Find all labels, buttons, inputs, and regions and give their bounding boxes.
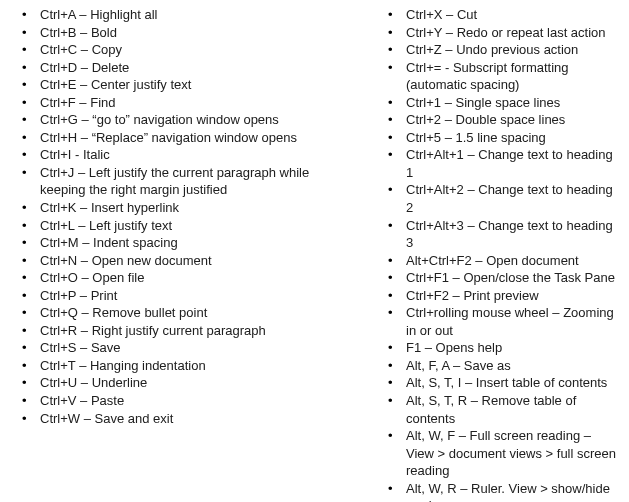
shortcut-list-right: Ctrl+X – Cut Ctrl+Y – Redo or repeat las…	[406, 6, 621, 502]
shortcut-text: Alt, F, A – Save as	[406, 358, 511, 373]
list-item: Ctrl+L – Left justify text	[40, 217, 358, 235]
left-column: Ctrl+A – Highlight all Ctrl+B – Bold Ctr…	[8, 6, 358, 496]
list-item: Alt+Ctrl+F2 – Open document	[406, 252, 621, 270]
shortcut-text: Ctrl+S – Save	[40, 340, 121, 355]
shortcut-reference-page: Ctrl+A – Highlight all Ctrl+B – Bold Ctr…	[0, 0, 629, 502]
list-item: Ctrl+D – Delete	[40, 59, 358, 77]
list-item: Alt, W, R – Ruler. View > show/hide > ru…	[406, 480, 621, 502]
list-item: F1 – Opens help	[406, 339, 621, 357]
shortcut-text: Ctrl+G – “go to” navigation window opens	[40, 112, 279, 127]
list-item: Ctrl+2 – Double space lines	[406, 111, 621, 129]
list-item: Ctrl+X – Cut	[406, 6, 621, 24]
shortcut-text: Ctrl+F2 – Print preview	[406, 288, 539, 303]
list-item: Ctrl+5 – 1.5 line spacing	[406, 129, 621, 147]
list-item: Ctrl+U – Underline	[40, 374, 358, 392]
list-item: Ctrl+M – Indent spacing	[40, 234, 358, 252]
shortcut-text: Ctrl+H – “Replace” navigation window ope…	[40, 130, 297, 145]
list-item: Ctrl+J – Left justify the current paragr…	[40, 164, 358, 199]
shortcut-text: Ctrl+W – Save and exit	[40, 411, 173, 426]
list-item: Alt, F, A – Save as	[406, 357, 621, 375]
list-item: Ctrl+A – Highlight all	[40, 6, 358, 24]
shortcut-text: Ctrl+F1 – Open/close the Task Pane	[406, 270, 615, 285]
list-item: Ctrl+K – Insert hyperlink	[40, 199, 358, 217]
shortcut-text: Ctrl+I - Italic	[40, 147, 110, 162]
shortcut-text: Ctrl+C – Copy	[40, 42, 122, 57]
list-item: Alt, S, T, I – Insert table of contents	[406, 374, 621, 392]
shortcut-text: Ctrl+rolling mouse wheel – Zooming in or…	[406, 305, 614, 338]
list-item: Ctrl+P – Print	[40, 287, 358, 305]
list-item: Ctrl+F1 – Open/close the Task Pane	[406, 269, 621, 287]
shortcut-text: Ctrl+D – Delete	[40, 60, 129, 75]
shortcut-text: Ctrl+= - Subscript formatting (automatic…	[406, 60, 569, 93]
list-item: Ctrl+Alt+1 – Change text to heading 1	[406, 146, 621, 181]
list-item: Ctrl+Alt+2 – Change text to heading 2	[406, 181, 621, 216]
list-item: Ctrl+T – Hanging indentation	[40, 357, 358, 375]
list-item: Ctrl+rolling mouse wheel – Zooming in or…	[406, 304, 621, 339]
list-item: Ctrl+E – Center justify text	[40, 76, 358, 94]
right-column: Ctrl+X – Cut Ctrl+Y – Redo or repeat las…	[378, 6, 621, 496]
shortcut-text: Ctrl+M – Indent spacing	[40, 235, 178, 250]
shortcut-text: Ctrl+X – Cut	[406, 7, 477, 22]
list-item: Ctrl+F2 – Print preview	[406, 287, 621, 305]
shortcut-text: Ctrl+A – Highlight all	[40, 7, 157, 22]
shortcut-text: Ctrl+Z – Undo previous action	[406, 42, 578, 57]
shortcut-text: Alt+Ctrl+F2 – Open document	[406, 253, 579, 268]
shortcut-text: Ctrl+J – Left justify the current paragr…	[40, 165, 309, 198]
list-item: Ctrl+S – Save	[40, 339, 358, 357]
list-item: Ctrl+= - Subscript formatting (automatic…	[406, 59, 621, 94]
shortcut-text: Ctrl+F – Find	[40, 95, 116, 110]
list-item: Ctrl+N – Open new document	[40, 252, 358, 270]
shortcut-text: Ctrl+Alt+2 – Change text to heading 2	[406, 182, 613, 215]
shortcut-text: F1 – Opens help	[406, 340, 502, 355]
shortcut-text: Alt, S, T, I – Insert table of contents	[406, 375, 607, 390]
shortcut-text: Ctrl+2 – Double space lines	[406, 112, 565, 127]
list-item: Ctrl+G – “go to” navigation window opens	[40, 111, 358, 129]
shortcut-text: Ctrl+V – Paste	[40, 393, 124, 408]
shortcut-text: Alt, S, T, R – Remove table of contents	[406, 393, 576, 426]
list-item: Ctrl+Z – Undo previous action	[406, 41, 621, 59]
list-item: Ctrl+R – Right justify current paragraph	[40, 322, 358, 340]
list-item: Alt, S, T, R – Remove table of contents	[406, 392, 621, 427]
list-item: Ctrl+B – Bold	[40, 24, 358, 42]
shortcut-text: Ctrl+R – Right justify current paragraph	[40, 323, 266, 338]
shortcut-text: Ctrl+L – Left justify text	[40, 218, 172, 233]
list-item: Ctrl+H – “Replace” navigation window ope…	[40, 129, 358, 147]
shortcut-text: Ctrl+1 – Single space lines	[406, 95, 560, 110]
list-item: Ctrl+I - Italic	[40, 146, 358, 164]
list-item: Ctrl+Q – Remove bullet point	[40, 304, 358, 322]
list-item: Ctrl+1 – Single space lines	[406, 94, 621, 112]
list-item: Ctrl+C – Copy	[40, 41, 358, 59]
shortcut-text: Ctrl+O – Open file	[40, 270, 144, 285]
shortcut-text: Alt, W, F – Full screen reading – View >…	[406, 428, 616, 478]
shortcut-text: Ctrl+Q – Remove bullet point	[40, 305, 207, 320]
shortcut-text: Ctrl+E – Center justify text	[40, 77, 191, 92]
shortcut-text: Ctrl+5 – 1.5 line spacing	[406, 130, 546, 145]
shortcut-text: Ctrl+Alt+3 – Change text to heading 3	[406, 218, 613, 251]
shortcut-text: Ctrl+B – Bold	[40, 25, 117, 40]
shortcut-text: Alt, W, R – Ruler. View > show/hide > ru…	[406, 481, 610, 502]
shortcut-text: Ctrl+N – Open new document	[40, 253, 212, 268]
shortcut-list-left: Ctrl+A – Highlight all Ctrl+B – Bold Ctr…	[40, 6, 358, 427]
list-item: Ctrl+Y – Redo or repeat last action	[406, 24, 621, 42]
list-item: Ctrl+O – Open file	[40, 269, 358, 287]
list-item: Ctrl+W – Save and exit	[40, 410, 358, 428]
shortcut-text: Ctrl+Y – Redo or repeat last action	[406, 25, 606, 40]
shortcut-text: Ctrl+U – Underline	[40, 375, 147, 390]
list-item: Ctrl+V – Paste	[40, 392, 358, 410]
shortcut-text: Ctrl+P – Print	[40, 288, 117, 303]
list-item: Ctrl+Alt+3 – Change text to heading 3	[406, 217, 621, 252]
shortcut-text: Ctrl+Alt+1 – Change text to heading 1	[406, 147, 613, 180]
list-item: Alt, W, F – Full screen reading – View >…	[406, 427, 621, 480]
shortcut-text: Ctrl+T – Hanging indentation	[40, 358, 206, 373]
shortcut-text: Ctrl+K – Insert hyperlink	[40, 200, 179, 215]
list-item: Ctrl+F – Find	[40, 94, 358, 112]
